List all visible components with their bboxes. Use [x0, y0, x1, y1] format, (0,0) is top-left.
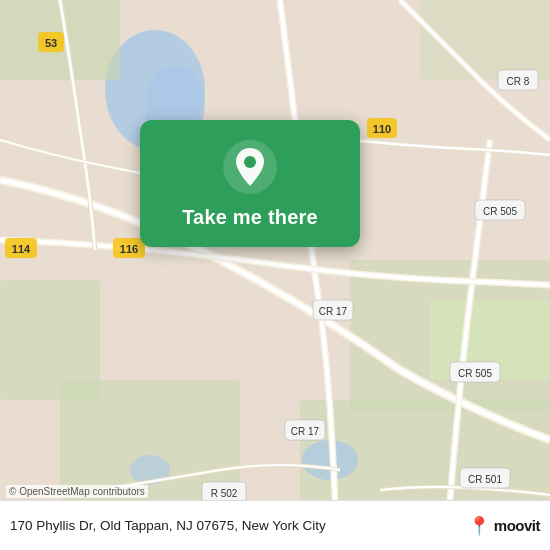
- svg-text:110: 110: [373, 123, 391, 135]
- svg-text:R 502: R 502: [211, 488, 238, 499]
- moovit-pin-icon: 📍: [468, 515, 490, 537]
- svg-text:CR 17: CR 17: [291, 426, 320, 437]
- svg-text:CR 505: CR 505: [458, 368, 492, 379]
- osm-credit: © OpenStreetMap contributors: [6, 485, 148, 498]
- svg-text:CR 17: CR 17: [319, 306, 348, 317]
- take-me-card[interactable]: Take me there: [140, 120, 360, 247]
- location-pin-icon: [223, 140, 277, 194]
- map-background: 53 116 114 110 CR 8 CR 505 CR 17 CR 17 C…: [0, 0, 550, 500]
- moovit-brand-text: moovit: [494, 517, 540, 534]
- moovit-logo: 📍 moovit: [468, 515, 540, 537]
- svg-text:116: 116: [120, 243, 138, 255]
- svg-text:114: 114: [12, 243, 31, 255]
- svg-text:CR 501: CR 501: [468, 474, 502, 485]
- address-text: 170 Phyllis Dr, Old Tappan, NJ 07675, Ne…: [10, 518, 468, 533]
- take-me-button-label: Take me there: [182, 206, 318, 229]
- svg-text:CR 505: CR 505: [483, 206, 517, 217]
- bottom-bar: 170 Phyllis Dr, Old Tappan, NJ 07675, Ne…: [0, 500, 550, 550]
- svg-text:CR 8: CR 8: [507, 76, 530, 87]
- svg-text:53: 53: [45, 37, 57, 49]
- svg-point-36: [244, 156, 256, 168]
